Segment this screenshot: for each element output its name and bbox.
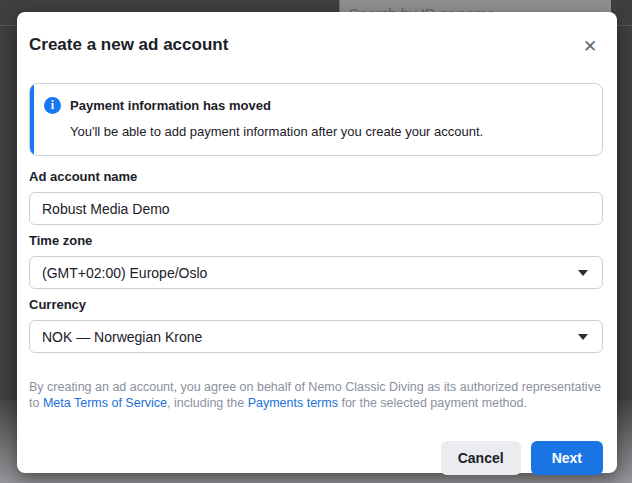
time-zone-select[interactable]: (GMT+02:00) Europe/Oslo — [29, 256, 603, 289]
notice-body: You'll be able to add payment informatio… — [70, 123, 586, 140]
ad-account-name-label: Ad account name — [29, 169, 603, 185]
time-zone-field: Time zone (GMT+02:00) Europe/Oslo — [29, 233, 603, 289]
currency-select[interactable]: NOK — Norwegian Krone — [29, 320, 603, 353]
dialog-header: Create a new ad account ✕ — [29, 24, 603, 59]
currency-selected-value: NOK — Norwegian Krone — [42, 329, 202, 345]
close-icon[interactable]: ✕ — [577, 33, 603, 59]
meta-terms-link[interactable]: Meta Terms of Service — [43, 396, 167, 410]
disclaimer-text: , including the — [167, 396, 248, 410]
payment-info-notice: i Payment information has moved You'll b… — [29, 83, 603, 156]
legal-disclaimer: By creating an ad account, you agree on … — [29, 380, 603, 411]
disclaimer-text: for the selected payment method. — [338, 396, 527, 410]
ad-account-name-input[interactable] — [29, 192, 603, 225]
next-button[interactable]: Next — [531, 441, 603, 475]
notice-header: i Payment information has moved — [44, 97, 586, 114]
cancel-button[interactable]: Cancel — [441, 441, 521, 475]
time-zone-label: Time zone — [29, 233, 603, 249]
payments-terms-link[interactable]: Payments terms — [248, 396, 338, 410]
info-icon: i — [44, 97, 61, 114]
chevron-down-icon — [578, 270, 588, 276]
dialog-footer: Cancel Next — [29, 441, 603, 475]
chevron-down-icon — [578, 334, 588, 340]
dialog-title: Create a new ad account — [29, 35, 228, 55]
ad-account-name-field: Ad account name — [29, 169, 603, 225]
create-ad-account-dialog: Create a new ad account ✕ i Payment info… — [17, 12, 617, 473]
currency-field: Currency NOK — Norwegian Krone — [29, 297, 603, 353]
notice-title: Payment information has moved — [70, 97, 271, 114]
currency-label: Currency — [29, 297, 603, 313]
time-zone-selected-value: (GMT+02:00) Europe/Oslo — [42, 265, 207, 281]
